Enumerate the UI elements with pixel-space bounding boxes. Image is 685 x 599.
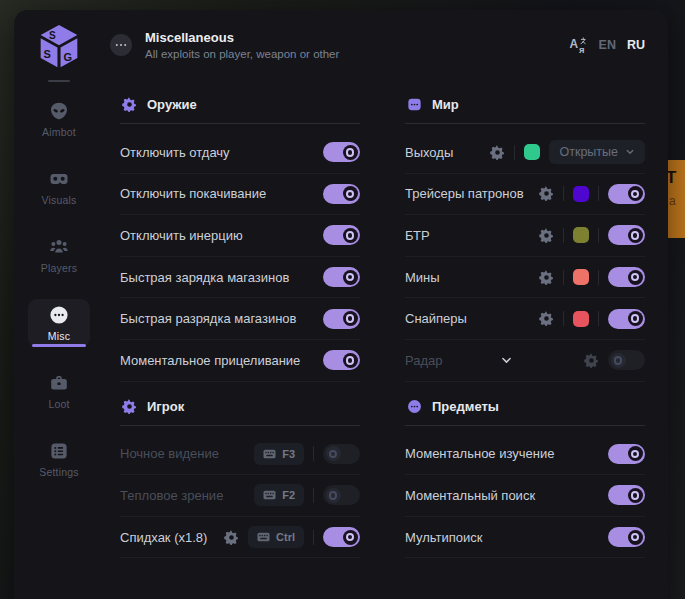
keyboard-icon <box>257 532 270 542</box>
toggle-switch[interactable] <box>323 309 360 329</box>
toggle-switch[interactable] <box>608 267 645 287</box>
separator <box>563 270 564 285</box>
alien-icon <box>49 101 69 121</box>
sidebar-item-settings[interactable]: Settings <box>28 435 90 483</box>
section-divider <box>405 123 645 124</box>
toggle-switch[interactable] <box>608 309 645 329</box>
main-content: Miscellaneous All exploits on player, we… <box>104 10 668 599</box>
row-settings-gear-icon[interactable] <box>539 270 554 285</box>
background-banner-fragment: Т а <box>668 160 685 238</box>
page-header: Miscellaneous All exploits on player, we… <box>110 10 645 80</box>
section-title: Игрок <box>147 399 184 414</box>
sidebar-item-loot[interactable]: Loot <box>28 367 90 415</box>
hotkey-badge[interactable]: Ctrl <box>248 526 304 548</box>
toggle-switch[interactable] <box>608 184 645 204</box>
settings-list-icon <box>49 441 69 461</box>
setting-row-exits: Выходы Открытые <box>405 132 645 174</box>
ellipsis-circle-icon <box>49 305 69 325</box>
toggle-knob <box>611 353 626 368</box>
toggle-switch[interactable] <box>323 142 360 162</box>
banner-letter: а <box>669 194 676 208</box>
toggle-knob <box>628 270 643 285</box>
row-settings-gear-icon[interactable] <box>539 311 554 326</box>
keyboard-icon <box>263 449 276 459</box>
toggle-switch[interactable] <box>323 485 360 505</box>
row-label: Отключить отдачу <box>120 145 230 160</box>
sidebar: Aimbot Visuals Players Misc Loot Setting… <box>14 10 104 599</box>
hotkey-label: F2 <box>282 489 295 501</box>
color-swatch[interactable] <box>524 144 540 160</box>
language-ru-button[interactable]: RU <box>627 38 645 52</box>
toggle-switch[interactable] <box>323 225 360 245</box>
setting-row-instant-examine: Моментальное изучение <box>405 434 645 476</box>
toggle-switch[interactable] <box>323 444 360 464</box>
hotkey-badge[interactable]: F2 <box>254 484 304 506</box>
toggle-switch[interactable] <box>608 444 645 464</box>
sidebar-item-visuals[interactable]: Visuals <box>28 163 90 211</box>
sidebar-item-players[interactable]: Players <box>28 231 90 279</box>
hotkey-badge[interactable]: F3 <box>254 443 304 465</box>
setting-row-night-vision: Ночное видение F3 <box>120 434 360 476</box>
separator <box>313 446 314 461</box>
row-label: Быстрая зарядка магазинов <box>120 270 289 285</box>
row-label: Спидхак (x1.8) <box>120 530 207 545</box>
section-weapon-header: Оружие <box>120 80 360 123</box>
row-label: Отключить инерцию <box>120 228 243 243</box>
toggle-knob <box>343 228 358 243</box>
row-label: Моментальное прицеливание <box>120 353 300 368</box>
toggle-knob <box>326 488 341 503</box>
toggle-switch[interactable] <box>323 350 360 370</box>
row-label: Мины <box>405 270 440 285</box>
hotkey-label: F3 <box>282 448 295 460</box>
chevron-down-icon <box>625 147 635 157</box>
setting-row-speedhack: Спидхак (x1.8) Ctrl <box>120 517 360 559</box>
toggle-knob <box>628 446 643 461</box>
color-swatch[interactable] <box>573 186 589 202</box>
row-label: Снайперы <box>405 311 467 326</box>
row-settings-gear-icon[interactable] <box>539 186 554 201</box>
settings-grid: Оружие Отключить отдачу Отключить покачи… <box>120 80 645 558</box>
toggle-switch[interactable] <box>323 184 360 204</box>
separator <box>598 186 599 201</box>
row-settings-gear-icon[interactable] <box>584 353 599 368</box>
sidebar-item-misc[interactable]: Misc <box>28 299 90 347</box>
separator <box>514 145 515 160</box>
color-swatch[interactable] <box>573 269 589 285</box>
toggle-knob <box>628 186 643 201</box>
expand-chevron-down-icon[interactable] <box>500 354 513 367</box>
sidebar-item-aimbot[interactable]: Aimbot <box>28 95 90 143</box>
setting-row-no-sway: Отключить покачивание <box>120 174 360 216</box>
separator <box>313 530 314 545</box>
column-left: Оружие Отключить отдачу Отключить покачи… <box>120 80 360 558</box>
toggle-switch[interactable] <box>323 527 360 547</box>
row-label: Мультипоиск <box>405 530 482 545</box>
toggle-switch[interactable] <box>608 527 645 547</box>
toggle-knob <box>343 530 358 545</box>
row-settings-gear-icon[interactable] <box>539 228 554 243</box>
toggle-switch[interactable] <box>608 350 645 370</box>
setting-row-instant-search: Моментальный поиск <box>405 475 645 517</box>
toggle-switch[interactable] <box>608 225 645 245</box>
row-label: БТР <box>405 228 430 243</box>
gear-icon <box>122 97 137 112</box>
separator <box>598 228 599 243</box>
setting-row-no-recoil: Отключить отдачу <box>120 132 360 174</box>
exits-dropdown[interactable]: Открытые <box>549 140 645 164</box>
language-en-button[interactable]: EN <box>599 38 616 52</box>
row-settings-gear-icon[interactable] <box>490 145 505 160</box>
page-subtitle: All exploits on player, weapon or other <box>145 48 339 60</box>
section-title: Предметы <box>432 399 499 414</box>
toggle-knob <box>628 228 643 243</box>
color-swatch[interactable] <box>573 311 589 327</box>
players-icon <box>49 237 69 257</box>
banner-letter: Т <box>668 168 676 188</box>
row-label: Ночное видение <box>120 446 219 461</box>
toggle-switch[interactable] <box>608 485 645 505</box>
color-swatch[interactable] <box>573 227 589 243</box>
setting-row-mines: Мины <box>405 257 645 299</box>
translate-icon[interactable] <box>569 36 588 55</box>
toggle-switch[interactable] <box>323 267 360 287</box>
row-settings-gear-icon[interactable] <box>224 530 239 545</box>
toggle-knob <box>326 446 341 461</box>
logo-divider <box>48 80 70 82</box>
